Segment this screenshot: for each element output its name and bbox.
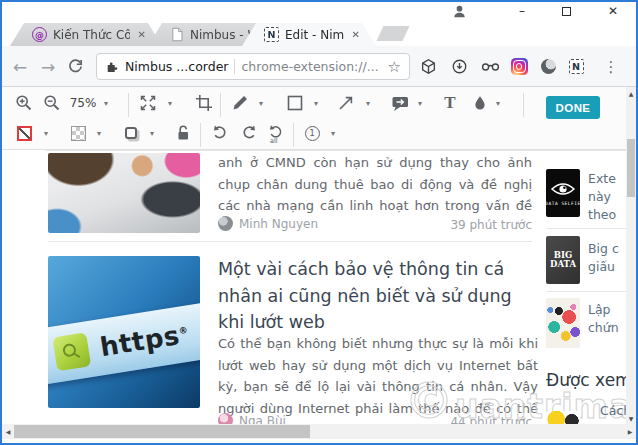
pen-tool-button[interactable] (228, 90, 252, 116)
glasses-extension-icon[interactable] (479, 46, 501, 87)
url-text: chrome-extension://... (241, 59, 381, 74)
extension-name: Nimbus ...corder (125, 59, 228, 74)
fill-transparency-dropdown[interactable]: ▾ (93, 120, 105, 146)
done-button[interactable]: DONE (546, 96, 600, 119)
sidebar-thumbnail[interactable] (546, 411, 580, 424)
extension-puzzle-icon (105, 60, 119, 74)
nimbus-extension-icon[interactable]: N (565, 46, 587, 87)
counter-tool-button[interactable]: 1 (300, 120, 324, 146)
person-icon (452, 4, 467, 19)
shape-tool-button[interactable] (283, 90, 307, 116)
text-tool-button[interactable]: T (438, 90, 462, 116)
no-color-swatch-icon (17, 126, 32, 141)
back-button[interactable]: ← (8, 46, 32, 87)
blur-tool-dropdown[interactable]: ▾ (492, 90, 504, 116)
bookmark-star-icon[interactable]: ☆ (388, 58, 401, 76)
divider (546, 291, 626, 292)
tab-nimbus-edit-active[interactable]: N Edit - Nimbus S ✕ (242, 23, 376, 46)
document-icon (170, 27, 184, 42)
zoom-level-dropdown[interactable]: ▾ (100, 90, 112, 116)
zoom-in-button[interactable] (12, 90, 36, 116)
author-name[interactable]: Nga Bùi (239, 414, 286, 425)
sidebar-item-link[interactable]: Big c giấu (588, 240, 626, 278)
redo-button[interactable] (237, 120, 261, 146)
edited-screenshot-canvas: anh ở CMND còn hạn sử dụng thay cho ảnh … (2, 150, 626, 424)
callout-tool-button[interactable] (388, 90, 412, 116)
tab-kien-thuc[interactable]: @ Kiến Thức Công ✕ (10, 23, 162, 46)
blur-tool-button[interactable] (468, 90, 492, 116)
counter-tool-dropdown[interactable]: ▾ (327, 120, 339, 146)
https-text: https® (98, 319, 191, 363)
sidebar-item-link[interactable]: Cách ▾ (600, 403, 626, 418)
scroll-up-arrow[interactable]: ▲ (626, 87, 636, 99)
minimize-button[interactable]: – (508, 3, 536, 19)
droplet-icon (472, 94, 488, 112)
close-button[interactable]: ✕ (599, 3, 627, 19)
fit-screen-dropdown[interactable]: ▾ (164, 90, 176, 116)
arrow-tool-button[interactable] (334, 90, 358, 116)
tab-close-icon[interactable]: ✕ (352, 29, 360, 40)
undo-all-button[interactable]: all (264, 120, 288, 146)
vertical-scrollbar[interactable]: ▲ ▼ (626, 87, 636, 424)
nimbus-favicon-icon: N (264, 27, 279, 42)
article-thumbnail[interactable]: https® (48, 256, 200, 408)
author-name[interactable]: Minh Nguyen (239, 217, 318, 231)
zoom-in-icon (15, 94, 33, 112)
back-icon: ← (13, 57, 27, 77)
download-circle-icon (451, 58, 468, 75)
fit-screen-button[interactable] (136, 90, 160, 116)
nimbus-n-icon: N (569, 59, 584, 74)
shadow-style-button[interactable] (119, 120, 143, 146)
avatar (218, 216, 233, 231)
article-timestamp: 44 phút trước (442, 415, 532, 424)
omnibox[interactable]: Nimbus ...corder chrome-extension://... … (96, 53, 410, 80)
zoom-out-icon (43, 94, 61, 112)
undo-button[interactable] (208, 120, 232, 146)
toolbar-divider (128, 93, 129, 117)
forward-button[interactable]: → (36, 46, 60, 87)
undo-icon (211, 124, 229, 142)
callout-tool-dropdown[interactable]: ▾ (414, 90, 426, 116)
article-thumbnail[interactable] (48, 153, 200, 233)
shape-tool-dropdown[interactable]: ▾ (310, 90, 322, 116)
new-tab-button[interactable] (377, 26, 410, 41)
scroll-left-arrow[interactable]: ◀ (2, 424, 14, 439)
toolbar-divider (293, 123, 294, 147)
profile-icon[interactable] (445, 3, 473, 19)
refresh-button[interactable] (62, 46, 88, 87)
sidebar-thumbnail[interactable]: BIG DATA (546, 236, 580, 284)
vertical-scrollbar-thumb[interactable] (627, 139, 635, 197)
shadow-style-dropdown[interactable]: ▾ (146, 120, 158, 146)
color-swatch-dropdown[interactable]: ▾ (40, 120, 52, 146)
tab-close-icon[interactable]: ✕ (138, 29, 146, 40)
maximize-button[interactable] (552, 3, 580, 19)
sidebar-thumbnail[interactable] (546, 298, 580, 348)
search-icon (59, 339, 84, 364)
crop-button[interactable] (192, 90, 216, 116)
cube-extension-icon[interactable] (417, 46, 439, 87)
scroll-down-arrow[interactable]: ▼ (626, 412, 636, 424)
fill-transparency-button[interactable] (66, 120, 90, 146)
sidebar-thumbnail[interactable]: DATA SELFIE (546, 169, 580, 217)
lock-button[interactable] (171, 120, 195, 146)
horizontal-scrollbar-thumb[interactable] (14, 425, 310, 438)
divider (546, 228, 626, 229)
redo-icon (240, 124, 258, 142)
sidebar-item-link[interactable]: Exte này theo (588, 170, 626, 226)
horizontal-scrollbar[interactable]: ◀ ▶ (2, 424, 636, 439)
scroll-right-arrow[interactable]: ▶ (624, 424, 636, 439)
moon-extension-icon[interactable] (537, 46, 559, 87)
browser-menu-button[interactable]: ⋮ (600, 46, 622, 87)
zoom-level-value[interactable]: 75% (68, 90, 98, 116)
color-swatch-button[interactable] (12, 120, 36, 146)
sidebar-item-link[interactable]: Lập chứn (588, 301, 626, 339)
instagram-extension-icon[interactable] (508, 46, 530, 87)
article-timestamp: 39 phút trước (442, 218, 532, 232)
zoom-out-button[interactable] (40, 90, 64, 116)
download-extension-icon[interactable] (448, 46, 470, 87)
arrow-tool-dropdown[interactable]: ▾ (362, 90, 374, 116)
registered-mark: ® (178, 325, 189, 336)
lock-open-icon (174, 124, 192, 142)
article-title-link[interactable]: Một vài cách bảo vệ thông tin cá nhân ai… (218, 256, 538, 336)
pen-tool-dropdown[interactable]: ▾ (255, 90, 267, 116)
